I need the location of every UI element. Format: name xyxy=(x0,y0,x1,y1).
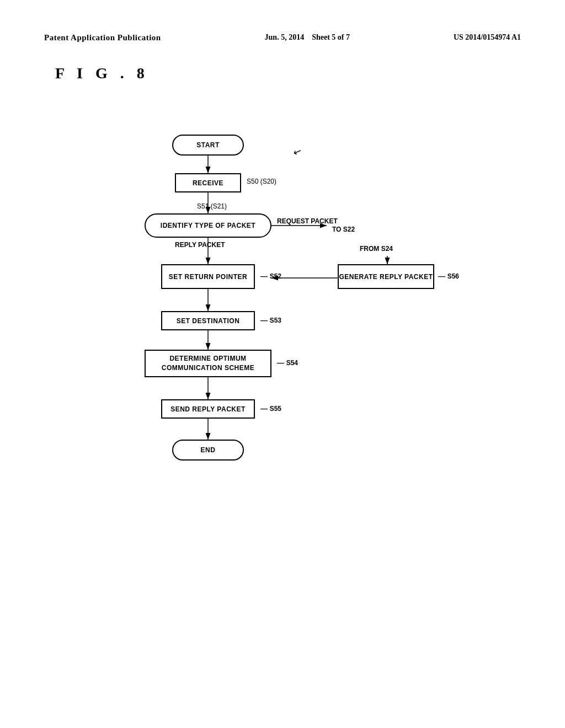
page: Patent Application Publication Jun. 5, 2… xyxy=(0,0,565,728)
to-s22-label: TO S22 xyxy=(332,226,355,233)
start-node: START xyxy=(172,135,244,156)
set-return-ref: — S52 xyxy=(260,272,281,280)
header-left: Patent Application Publication xyxy=(44,33,161,42)
header-center: Jun. 5, 2014 Sheet 5 of 7 xyxy=(265,33,350,42)
generate-reply-node: GENERATE REPLY PACKET xyxy=(338,264,434,289)
receive-ref: S50 (S20) xyxy=(247,178,276,185)
diagram-container: ↙ START RECEIVE S50 (S20) S51 (S21) IDEN… xyxy=(44,115,521,568)
flowchart-arrows xyxy=(89,115,476,568)
request-packet-label: REQUEST PACKET xyxy=(277,217,338,225)
header-date: Jun. 5, 2014 xyxy=(265,33,305,41)
send-ref: — S55 xyxy=(260,404,281,413)
determine-node: DETERMINE OPTIMUM COMMUNICATION SCHEME xyxy=(145,350,271,377)
header-right: US 2014/0154974 A1 xyxy=(454,33,521,42)
reply-packet-label: REPLY PACKET xyxy=(175,241,225,249)
determine-ref: — S54 xyxy=(277,358,298,367)
from-s24-label: FROM S24 xyxy=(360,245,393,253)
set-destination-node: SET DESTINATION xyxy=(161,311,255,330)
figure-label: F I G . 8 xyxy=(55,65,521,82)
flowchart-diagram: ↙ START RECEIVE S50 (S20) S51 (S21) IDEN… xyxy=(89,115,476,568)
set-dest-ref: — S53 xyxy=(260,316,281,324)
header-sheet: Sheet 5 of 7 xyxy=(312,33,350,41)
page-header: Patent Application Publication Jun. 5, 2… xyxy=(44,33,521,42)
generate-ref: — S56 xyxy=(438,272,459,280)
receive-node: RECEIVE xyxy=(175,173,241,192)
send-node: SEND REPLY PACKET xyxy=(161,399,255,419)
identify-node: IDENTIFY TYPE OF PACKET xyxy=(145,213,271,238)
end-node: END xyxy=(172,440,244,461)
identify-ref-label: S51 (S21) xyxy=(197,202,227,210)
set-return-node: SET RETURN POINTER xyxy=(161,264,255,289)
arrow-indicator: ↙ xyxy=(292,144,304,159)
